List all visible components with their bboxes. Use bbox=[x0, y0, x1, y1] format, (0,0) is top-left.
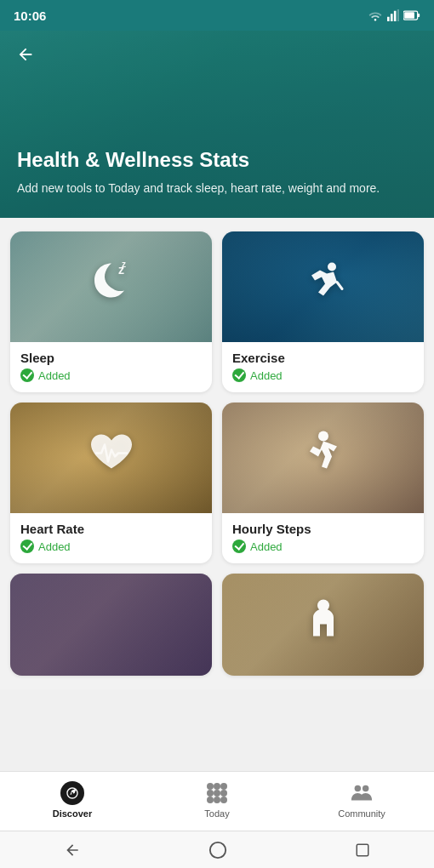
page-title: Health & Wellness Stats bbox=[17, 148, 417, 173]
svg-rect-0 bbox=[387, 17, 390, 21]
partial-card-1-image bbox=[10, 574, 212, 676]
exercise-card-image bbox=[222, 231, 424, 342]
exercise-card[interactable]: Exercise Added bbox=[222, 231, 424, 392]
android-back-button[interactable] bbox=[64, 842, 81, 859]
heartrate-card[interactable]: Heart Rate Added bbox=[10, 403, 212, 563]
hourlysteps-card-status: Added bbox=[232, 540, 414, 553]
hourlysteps-card[interactable]: Hourly Steps Added bbox=[222, 403, 424, 563]
sleep-card[interactable]: z z Sleep Added bbox=[10, 231, 212, 392]
sleep-icon: z z bbox=[84, 255, 139, 319]
heartrate-icon bbox=[84, 426, 139, 490]
svg-point-11 bbox=[318, 431, 328, 442]
svg-point-21 bbox=[220, 797, 227, 803]
svg-point-22 bbox=[355, 785, 361, 791]
discover-icon-container bbox=[60, 781, 84, 805]
exercise-card-body: Exercise Added bbox=[222, 342, 424, 392]
nav-today[interactable]: Today bbox=[145, 776, 289, 824]
community-icon bbox=[350, 782, 374, 804]
partial-card-2[interactable] bbox=[222, 574, 424, 676]
bottom-nav: Discover Today bbox=[0, 771, 434, 831]
partial-card-2-image bbox=[222, 574, 424, 676]
hero-section: Health & Wellness Stats Add new tools to… bbox=[0, 31, 434, 218]
sleep-card-title: Sleep bbox=[20, 351, 202, 365]
nav-community[interactable]: Community bbox=[289, 776, 434, 824]
svg-point-17 bbox=[214, 790, 220, 797]
partial-card-1[interactable] bbox=[10, 574, 212, 676]
hourlysteps-card-image bbox=[222, 403, 424, 513]
battery-icon bbox=[403, 10, 420, 20]
community-icon-container bbox=[350, 781, 374, 805]
discover-icon bbox=[60, 781, 84, 805]
exercise-check-icon bbox=[232, 368, 246, 382]
heartrate-card-body: Heart Rate Added bbox=[10, 513, 212, 563]
heartrate-card-title: Heart Rate bbox=[20, 522, 202, 536]
nav-discover-label: Discover bbox=[53, 808, 92, 819]
heartrate-check-icon bbox=[20, 540, 34, 553]
sleep-card-status: Added bbox=[20, 368, 202, 382]
svg-rect-5 bbox=[418, 14, 420, 17]
exercise-card-title: Exercise bbox=[232, 351, 414, 365]
status-icons bbox=[368, 9, 420, 21]
sleep-check-icon bbox=[20, 368, 34, 382]
android-home-button[interactable] bbox=[208, 841, 227, 859]
svg-point-24 bbox=[210, 842, 226, 857]
svg-point-20 bbox=[214, 797, 220, 803]
heartrate-card-image bbox=[10, 403, 212, 513]
sleep-card-body: Sleep Added bbox=[10, 342, 212, 392]
nav-discover[interactable]: Discover bbox=[0, 776, 145, 824]
status-time: 10:06 bbox=[14, 9, 46, 23]
svg-rect-6 bbox=[404, 12, 414, 19]
android-recents-icon bbox=[355, 842, 370, 858]
hero-overlay: Health & Wellness Stats Add new tools to… bbox=[0, 31, 434, 218]
svg-point-14 bbox=[214, 783, 220, 790]
svg-point-18 bbox=[220, 790, 227, 797]
svg-point-19 bbox=[207, 797, 214, 803]
hourlysteps-check-icon bbox=[232, 540, 246, 553]
hourlysteps-card-title: Hourly Steps bbox=[232, 522, 414, 536]
svg-line-10 bbox=[337, 283, 342, 289]
hourlysteps-card-body: Hourly Steps Added bbox=[222, 513, 424, 563]
svg-point-16 bbox=[207, 790, 214, 797]
svg-rect-3 bbox=[397, 9, 399, 21]
partial2-person-icon bbox=[296, 594, 351, 656]
android-back-icon bbox=[64, 842, 81, 859]
android-nav-bar bbox=[0, 831, 434, 868]
today-grid-icon bbox=[205, 781, 229, 805]
nav-community-label: Community bbox=[338, 808, 385, 819]
today-icon bbox=[205, 781, 229, 805]
steps-icon bbox=[296, 426, 351, 490]
wifi-icon bbox=[368, 9, 383, 21]
signal-icon bbox=[387, 9, 399, 21]
svg-point-13 bbox=[207, 783, 214, 790]
exercise-icon bbox=[296, 255, 351, 319]
svg-point-15 bbox=[220, 783, 227, 790]
android-home-icon bbox=[208, 841, 227, 859]
back-icon bbox=[16, 45, 35, 64]
compass-icon bbox=[66, 786, 79, 800]
exercise-card-status: Added bbox=[232, 368, 414, 382]
svg-point-9 bbox=[328, 263, 336, 271]
heartrate-card-status: Added bbox=[20, 540, 202, 553]
nav-today-label: Today bbox=[204, 808, 229, 819]
svg-text:z: z bbox=[122, 260, 126, 269]
status-bar: 10:06 bbox=[0, 0, 434, 31]
svg-rect-2 bbox=[394, 11, 397, 21]
back-button[interactable] bbox=[12, 41, 39, 68]
svg-point-23 bbox=[363, 785, 368, 791]
svg-rect-1 bbox=[391, 14, 393, 21]
cards-grid: z z Sleep Added bbox=[0, 218, 434, 689]
sleep-card-image: z z bbox=[10, 231, 212, 342]
page-subtitle: Add new tools to Today and track sleep, … bbox=[17, 180, 417, 197]
android-recents-button[interactable] bbox=[355, 842, 370, 858]
svg-rect-25 bbox=[357, 844, 368, 856]
